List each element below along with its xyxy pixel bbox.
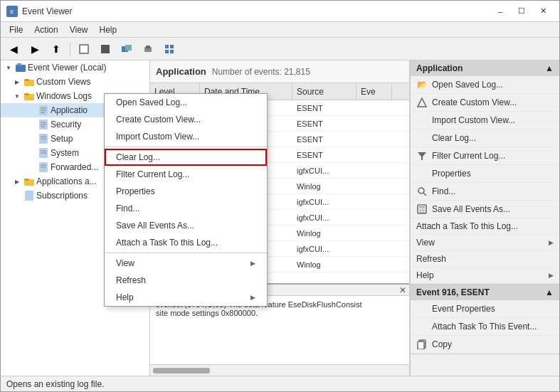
- action-event-properties-label: Event Properties: [432, 304, 495, 314]
- action-refresh-label: Refresh: [416, 254, 446, 264]
- toolbar-btn3[interactable]: [117, 40, 137, 58]
- ctx-view[interactable]: View ▶: [105, 255, 267, 272]
- sidebar-item-application-label: Applicatio: [51, 105, 88, 115]
- svg-rect-16: [24, 79, 29, 81]
- ctx-open-saved-log-label: Open Saved Log...: [116, 97, 187, 107]
- sidebar-item-setup-label: Setup: [51, 134, 73, 144]
- action-help[interactable]: Help ▶: [411, 267, 559, 284]
- expand-icon-cv: ▶: [12, 79, 22, 85]
- actions-section-1-title: Application: [416, 63, 463, 73]
- sub-icon: [23, 190, 35, 201]
- ctx-import-custom-view-label: Import Custom View...: [116, 132, 199, 142]
- toolbar-btn1[interactable]: [74, 40, 94, 58]
- title-bar: E Event Viewer – ☐ ✕: [1, 1, 559, 22]
- ctx-help-arrow: ▶: [250, 294, 255, 301]
- toolbar-back[interactable]: ◀: [4, 40, 23, 58]
- action-copy-label: Copy: [432, 339, 452, 349]
- sidebar-item-custom-views[interactable]: ▶ Custom Views: [1, 75, 149, 89]
- svg-rect-66: [419, 205, 425, 208]
- maximize-button[interactable]: ☐: [511, 4, 532, 18]
- action-import-custom-view-label: Import Custom View...: [432, 115, 515, 125]
- main-window: E Event Viewer – ☐ ✕ File Action View He…: [0, 0, 560, 392]
- action-open-saved-log[interactable]: 📂 Open Saved Log...: [411, 76, 559, 94]
- sidebar-item-system-label: System: [51, 148, 79, 158]
- svg-rect-37: [24, 179, 29, 181]
- log-icon-setup: [38, 133, 49, 144]
- sidebar-root-label: Event Viewer (Local): [28, 63, 107, 73]
- action-clear-log[interactable]: Clear Log...: [411, 129, 559, 147]
- action-import-custom-view[interactable]: Import Custom View...: [411, 112, 559, 129]
- create-custom-view-icon: [416, 97, 428, 108]
- svg-point-63: [418, 188, 424, 194]
- filter-icon: [416, 150, 428, 161]
- panel-subtitle: Number of events: 21,815: [212, 67, 310, 77]
- action-find[interactable]: Find...: [411, 183, 559, 201]
- action-attach-task-event-label: Attach Task To This Event...: [432, 322, 537, 332]
- menu-view[interactable]: View: [64, 23, 94, 36]
- col-event: Eve: [356, 83, 392, 100]
- menu-action[interactable]: Action: [28, 23, 63, 36]
- ctx-help[interactable]: Help ▶: [105, 289, 267, 306]
- actions-section-1: Application ▲ 📂 Open Saved Log... Create…: [411, 60, 559, 285]
- action-save-all-events[interactable]: Save All Events As...: [411, 201, 559, 218]
- ctx-view-label: View: [116, 258, 134, 268]
- action-filter-current-log[interactable]: Filter Current Log...: [411, 147, 559, 165]
- ctx-find[interactable]: Find...: [105, 200, 267, 217]
- sidebar-item-root[interactable]: ▼ Event Viewer (Local): [1, 60, 149, 75]
- properties-icon: [416, 168, 428, 179]
- ctx-refresh[interactable]: Refresh: [105, 272, 267, 289]
- toolbar-btn2[interactable]: [95, 40, 115, 58]
- close-button[interactable]: ✕: [532, 4, 554, 18]
- ctx-sep-1: [105, 147, 267, 147]
- import-custom-view-icon: [416, 115, 428, 126]
- detail-scrollbar[interactable]: [150, 364, 409, 376]
- action-open-saved-log-label: Open Saved Log...: [432, 80, 503, 90]
- ctx-help-label: Help: [116, 292, 134, 302]
- action-copy[interactable]: Copy: [411, 336, 559, 354]
- window-controls: – ☐ ✕: [490, 4, 554, 18]
- panel-title: Application: [156, 66, 206, 77]
- toolbar-up[interactable]: ⬆: [46, 40, 66, 58]
- menu-bar: File Action View Help: [1, 22, 559, 38]
- ctx-create-custom-view[interactable]: Create Custom View...: [105, 111, 267, 128]
- action-attach-task[interactable]: Attach a Task To this Log...: [411, 218, 559, 235]
- minimize-button[interactable]: –: [490, 4, 511, 18]
- help-sub-arrow: ▶: [549, 272, 554, 279]
- action-properties[interactable]: Properties: [411, 165, 559, 183]
- toolbar-btn5[interactable]: [159, 40, 179, 58]
- ctx-sep-2: [105, 253, 267, 253]
- ctx-open-saved-log[interactable]: Open Saved Log...: [105, 94, 267, 111]
- actions-section-2-header: Event 916, ESENT ▲: [411, 285, 559, 300]
- ctx-create-custom-view-label: Create Custom View...: [116, 115, 201, 125]
- action-attach-task-event[interactable]: Attach Task To This Event...: [411, 318, 559, 336]
- action-view[interactable]: View ▶: [411, 235, 559, 251]
- title-bar-left: E Event Viewer: [6, 6, 72, 17]
- menu-file[interactable]: File: [4, 23, 28, 36]
- actions-section-2: Event 916, ESENT ▲ Event Properties Atta…: [411, 285, 559, 354]
- action-create-custom-view[interactable]: Create Custom View...: [411, 94, 559, 112]
- action-event-properties[interactable]: Event Properties: [411, 300, 559, 318]
- toolbar-btn4[interactable]: [138, 40, 158, 58]
- svg-rect-67: [420, 210, 424, 213]
- ctx-filter-current-log[interactable]: Filter Current Log...: [105, 166, 267, 183]
- ctx-clear-log[interactable]: Clear Log...: [105, 149, 267, 166]
- ctx-properties-label: Properties: [116, 186, 155, 196]
- root-icon: [15, 62, 26, 73]
- svg-rect-38: [25, 191, 33, 201]
- action-refresh[interactable]: Refresh: [411, 251, 559, 267]
- ctx-attach-task[interactable]: Attach a Task To this Log...: [105, 234, 267, 251]
- folder-icon-cv: [23, 76, 35, 88]
- ctx-filter-label: Filter Current Log...: [116, 169, 189, 179]
- ctx-import-custom-view[interactable]: Import Custom View...: [105, 128, 267, 145]
- ctx-save-all[interactable]: Save All Events As...: [105, 217, 267, 234]
- detail-close-button[interactable]: ✕: [399, 285, 406, 295]
- panel-header: Application Number of events: 21,815: [150, 60, 409, 83]
- toolbar-forward[interactable]: ▶: [25, 40, 45, 58]
- menu-help[interactable]: Help: [94, 23, 123, 36]
- svg-marker-62: [418, 152, 426, 160]
- open-saved-log-icon: 📂: [416, 79, 428, 90]
- log-icon-system: [38, 147, 49, 159]
- sidebar-windows-logs-label: Windows Logs: [36, 91, 92, 101]
- ctx-properties[interactable]: Properties: [105, 183, 267, 200]
- ctx-attach-task-label: Attach a Task To this Log...: [116, 238, 218, 248]
